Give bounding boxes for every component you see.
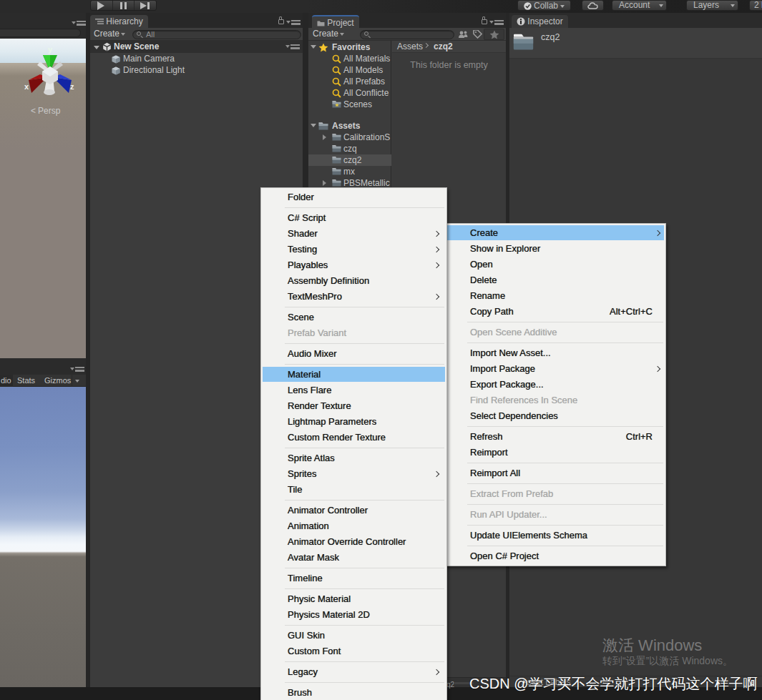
svg-text:x: x	[24, 82, 29, 91]
svg-text:y: y	[48, 45, 53, 54]
svg-text:z: z	[70, 82, 74, 91]
